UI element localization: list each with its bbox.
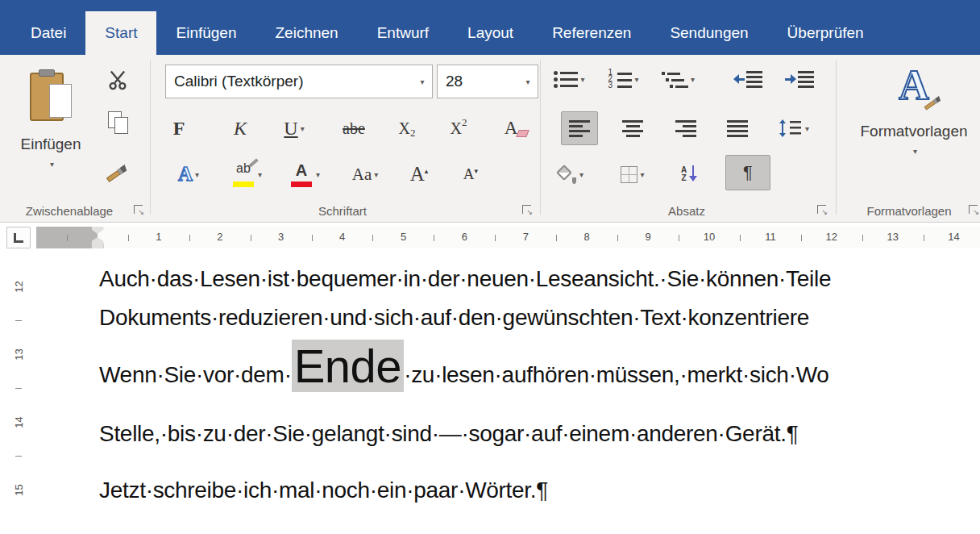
styles-button[interactable]: A Formatvorlagen [851, 58, 977, 190]
ruler-number: 10 [704, 231, 715, 243]
tab-datei[interactable]: Datei [11, 11, 85, 55]
font-name-dropdown-icon[interactable] [413, 65, 432, 98]
text-effects-button[interactable]: A [168, 156, 210, 192]
tab-einfuegen[interactable]: Einfügen [156, 11, 255, 55]
multilevel-list-icon [661, 71, 688, 88]
tab-start[interactable]: Start [85, 11, 156, 55]
eraser-icon [516, 130, 529, 137]
line-spacing-button[interactable] [770, 111, 816, 145]
cut-button[interactable] [102, 66, 134, 94]
shrink-font-label: A [463, 165, 478, 183]
styles-dialog-launcher-icon[interactable] [969, 205, 978, 214]
superscript-label: X [451, 119, 462, 138]
line-spacing-dropdown-caret[interactable] [805, 124, 809, 133]
document-text-line[interactable]: Wenn·Sie·vor·dem·Ende·zu·lesen·aufhören·… [99, 339, 829, 393]
font-name-combobox[interactable]: Calibri (Textkörper) [165, 65, 433, 98]
document-text-line[interactable]: Stelle,·bis·zu·der·Sie·gelangt·sind·—·so… [99, 421, 798, 447]
document-text-line[interactable]: Auch·das·Lesen·ist·bequemer·in·der·neuen… [99, 266, 831, 292]
document-text-line[interactable]: Jetzt·schreibe·ich·mal·noch·ein·paar·Wör… [99, 478, 548, 503]
clipboard-group-label: Zwischenablage [0, 204, 139, 218]
tab-zeichnen[interactable]: Zeichnen [256, 11, 358, 55]
text-before-selection[interactable]: Wenn·Sie·vor·dem· [99, 362, 292, 387]
font-dialog-launcher-icon[interactable] [522, 205, 531, 214]
strikethrough-button[interactable]: abe [329, 111, 379, 145]
formatting-marks-button[interactable]: ¶ [725, 155, 770, 190]
tab-layout[interactable]: Layout [448, 11, 533, 55]
underline-button[interactable]: U [271, 111, 318, 145]
shading-dropdown-caret[interactable] [579, 170, 583, 179]
tab-entwurf[interactable]: Entwurf [358, 11, 448, 55]
font-size-combobox[interactable]: 28 [437, 65, 538, 98]
horizontal-ruler[interactable]: 1 2 3 4 5 6 7 8 9 10 11 12 13 14 [36, 227, 980, 248]
clear-formatting-button[interactable]: A [488, 111, 534, 145]
bold-button[interactable]: F [161, 111, 197, 145]
text-effects-dropdown-caret[interactable] [195, 170, 199, 179]
paragraph-dialog-launcher-icon[interactable] [817, 205, 826, 214]
borders-button[interactable] [611, 156, 654, 192]
multilevel-list-button[interactable] [658, 63, 698, 95]
underline-dropdown-caret[interactable] [301, 124, 305, 133]
styles-dropdown-caret[interactable] [913, 147, 917, 156]
numbering-button[interactable] [603, 63, 643, 95]
superscript-button[interactable]: X 2 [438, 111, 479, 145]
bullets-button[interactable] [550, 63, 588, 95]
font-color-button[interactable]: A [282, 156, 327, 192]
multilevel-dropdown-caret[interactable] [691, 75, 695, 84]
justify-button[interactable] [720, 111, 754, 145]
borders-dropdown-caret[interactable] [640, 170, 644, 179]
ruler-number: 13 [887, 231, 898, 243]
shading-button[interactable] [548, 156, 592, 192]
text-after-selection[interactable]: ·zu·lesen·aufhören·müssen,·merkt·sich·Wo [404, 362, 828, 387]
grow-font-button[interactable]: A [401, 156, 437, 192]
tab-stop-selector[interactable] [6, 227, 31, 248]
italic-button[interactable]: K [222, 111, 258, 145]
font-color-bar [291, 181, 312, 187]
left-indent-marker[interactable] [92, 244, 104, 248]
font-name-value: Calibri (Textkörper) [166, 73, 413, 90]
align-left-button[interactable] [561, 111, 598, 145]
bullets-dropdown-caret[interactable] [580, 75, 584, 84]
paste-dropdown-caret[interactable] [50, 160, 54, 169]
numbering-dropdown-caret[interactable] [634, 75, 638, 84]
styles-group-label: Formatvorlagen [838, 204, 980, 218]
font-size-value: 28 [438, 73, 518, 90]
tab-sendungen[interactable]: Sendungen [650, 11, 767, 55]
highlight-dropdown-caret[interactable] [258, 170, 262, 179]
align-center-button[interactable] [616, 111, 650, 145]
subscript-button[interactable]: X 2 [387, 111, 427, 145]
font-size-dropdown-icon[interactable] [518, 65, 538, 98]
increase-indent-button[interactable] [782, 63, 817, 95]
sort-down-arrow-icon [689, 165, 697, 183]
decrease-indent-icon [733, 71, 762, 88]
styles-brush-icon [920, 92, 947, 113]
italic-label: K [234, 118, 247, 140]
align-right-button[interactable] [669, 111, 703, 145]
decrease-indent-button[interactable] [730, 63, 766, 95]
align-center-icon [622, 120, 643, 137]
document-canvas[interactable]: Auch·das·Lesen·ist·bequemer·in·der·neuen… [32, 252, 980, 534]
copy-icon [108, 111, 131, 136]
bullets-icon [553, 72, 578, 87]
format-painter-button[interactable] [98, 156, 137, 189]
ruler-number: 11 [765, 231, 776, 243]
shrink-font-button[interactable]: A [453, 156, 488, 192]
change-case-dropdown-caret[interactable] [374, 170, 378, 179]
vertical-ruler[interactable]: 12 13 14 15 [6, 252, 31, 534]
document-text-line[interactable]: Dokuments·reduzieren·und·sich·auf·den·ge… [99, 305, 809, 331]
tab-referenzen[interactable]: Referenzen [533, 11, 650, 55]
sort-button[interactable]: A Z [671, 156, 708, 192]
strikethrough-label: abe [343, 119, 365, 138]
ruler-tick-marks [15, 320, 22, 465]
change-case-button[interactable]: Aa [342, 156, 388, 192]
styles-button-label: Formatvorlagen [860, 123, 967, 140]
shading-bucket-icon [556, 165, 577, 184]
copy-button[interactable] [105, 108, 134, 139]
selected-text[interactable]: Ende [292, 340, 404, 392]
font-color-dropdown-caret[interactable] [316, 170, 320, 179]
paste-button[interactable]: Einfügen [10, 60, 92, 195]
bold-label: F [173, 118, 185, 140]
align-right-icon [675, 120, 696, 137]
clipboard-dialog-launcher-icon[interactable] [134, 205, 143, 214]
text-highlight-button[interactable]: ab [224, 156, 269, 192]
tab-ueberpruefen[interactable]: Überprüfen [768, 11, 883, 55]
